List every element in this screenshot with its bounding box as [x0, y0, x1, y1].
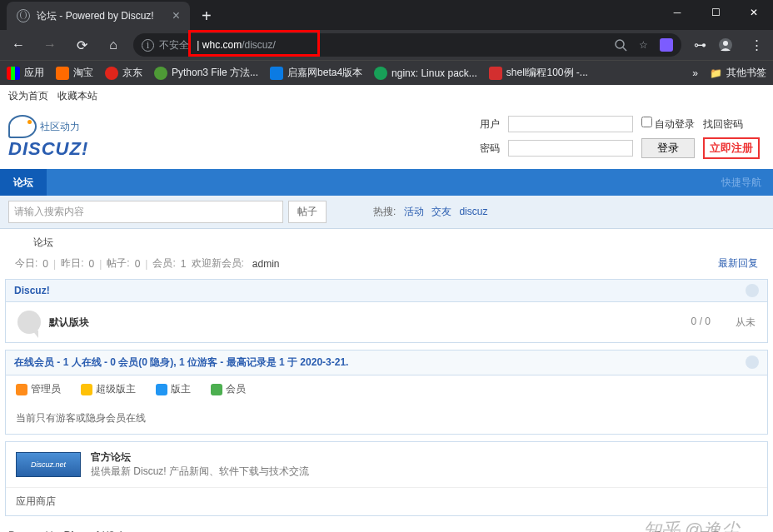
admin-badge-icon — [16, 384, 27, 395]
bookmark-shell[interactable]: shell编程100例 -... — [489, 66, 588, 80]
address-bar[interactable]: i 不安全 | whc.com/discuz/ ☆ — [133, 33, 681, 57]
svg-point-0 — [616, 40, 624, 48]
reload-button[interactable]: ⟳ — [70, 37, 93, 53]
top-links: 设为首页 收藏本站 — [0, 85, 773, 107]
link-row: Discuz.net 官方论坛 提供最新 Discuz! 产品新闻、软件下载与技… — [6, 442, 767, 487]
logo-bubble-icon — [8, 115, 37, 138]
site-header: 社区动力 DISCUZ! 用户 自动登录 找回密码 密码 登录 立即注册 — [0, 107, 773, 169]
password-input[interactable] — [508, 140, 633, 157]
password-label: 密码 — [476, 136, 503, 161]
window-close[interactable]: ✕ — [735, 0, 773, 25]
forum-bubble-icon — [17, 311, 41, 334]
browser-tab[interactable]: 论坛 - Powered by Discuz! × — [7, 2, 190, 30]
menu-icon[interactable]: ⋮ — [746, 37, 766, 52]
forum-stats: 今日:0 | 昨日:0 | 帖子:0 | 会员:1 欢迎新会员: admin 最… — [0, 253, 773, 279]
appstore-link[interactable]: 应用商店 — [6, 487, 767, 515]
nav-forum[interactable]: 论坛 — [0, 169, 47, 196]
category-title[interactable]: Discuz! — [14, 285, 50, 296]
tab-strip: 论坛 - Powered by Discuz! × + — [0, 0, 773, 30]
admin-link[interactable]: admin — [249, 257, 283, 271]
close-icon[interactable]: × — [172, 8, 180, 23]
link-logo[interactable]: Discuz.net — [16, 452, 81, 477]
breadcrumb: 论坛 — [0, 229, 773, 253]
back-button[interactable]: ← — [7, 37, 30, 52]
online-block: 在线会员 - 1 人在线 - 0 会员(0 隐身), 1 位游客 - 最高记录是… — [5, 350, 768, 435]
register-button[interactable]: 立即注册 — [703, 137, 760, 159]
online-empty: 当前只有游客或隐身会员在线 — [6, 403, 767, 434]
bookmarks-bar: 应用 淘宝 京东 Python3 File 方法... 启嘉网beta4版本 n… — [0, 60, 773, 85]
links-block: Discuz.net 官方论坛 提供最新 Discuz! 产品新闻、软件下载与技… — [5, 441, 768, 516]
link-desc: 提供最新 Discuz! 产品新闻、软件下载与技术交流 — [91, 465, 309, 479]
globe-icon — [17, 9, 30, 22]
info-icon[interactable]: i — [142, 39, 154, 52]
svg-point-3 — [723, 41, 728, 46]
latest-reply-link[interactable]: 最新回复 — [718, 256, 758, 271]
taobao-icon — [56, 67, 69, 80]
auto-login-checkbox[interactable] — [641, 117, 652, 127]
jd-icon — [105, 67, 118, 80]
url-highlight-annotation — [188, 30, 320, 57]
other-bookmarks[interactable]: 📁其他书签 — [710, 66, 766, 80]
qijia-icon — [270, 67, 283, 80]
new-tab-button[interactable]: + — [190, 2, 223, 30]
profile-icon[interactable] — [718, 37, 738, 52]
bookmark-python[interactable]: Python3 File 方法... — [154, 66, 258, 80]
apps-button[interactable]: 应用 — [7, 66, 44, 80]
window-minimize[interactable]: ─ — [658, 0, 696, 25]
username-input[interactable] — [508, 116, 633, 132]
browser-toolbar: ← → ⟳ ⌂ i 不安全 | whc.com/discuz/ ☆ ⊶ ⋮ — [0, 30, 773, 60]
username-label: 用户 — [476, 114, 503, 134]
bookmark-nginx[interactable]: nginx: Linux pack... — [374, 67, 477, 80]
member-badge-icon — [211, 384, 222, 395]
set-home-link[interactable]: 设为首页 — [8, 90, 48, 102]
online-legend: 管理员 超级版主 版主 会员 — [6, 375, 767, 403]
search-type-select[interactable]: 帖子 — [288, 201, 327, 223]
bookmark-qijia[interactable]: 启嘉网beta4版本 — [270, 66, 362, 80]
search-bar: 请输入搜索内容 帖子 热搜: 活动 交友 discuz — [0, 196, 773, 229]
forum-row[interactable]: 默认版块 0 / 0 从未 — [6, 302, 767, 342]
logo-en-text: DISCUZ — [8, 138, 82, 159]
favorite-link[interactable]: 收藏本站 — [57, 90, 97, 102]
supermod-badge-icon — [81, 384, 92, 395]
main-nav: 论坛 快捷导航 — [0, 169, 773, 196]
hot-link-2[interactable]: discuz — [459, 206, 487, 217]
page-content: 设为首页 收藏本站 社区动力 DISCUZ! 用户 自动登录 找回密码 密码 登… — [0, 85, 773, 532]
collapse-icon[interactable] — [746, 355, 759, 369]
python-icon — [154, 67, 167, 80]
mod-badge-icon — [156, 384, 167, 395]
hot-search: 热搜: 活动 交友 discuz — [373, 205, 487, 219]
category-header: Discuz! — [6, 280, 767, 302]
quick-nav[interactable]: 快捷导航 — [721, 176, 773, 190]
login-button[interactable]: 登录 — [641, 138, 695, 158]
shell-icon — [489, 67, 502, 80]
window-maximize[interactable]: ☐ — [696, 0, 735, 25]
forum-category-block: Discuz! 默认版块 0 / 0 从未 — [5, 279, 768, 343]
tab-title: 论坛 - Powered by Discuz! — [37, 9, 154, 23]
logo-ex-text: ! — [82, 138, 88, 159]
hot-link-1[interactable]: 交友 — [431, 206, 451, 217]
unsafe-label: 不安全 — [159, 38, 189, 52]
zoom-icon[interactable] — [614, 38, 627, 52]
bookmark-jd[interactable]: 京东 — [105, 66, 142, 80]
star-icon[interactable]: ☆ — [639, 39, 648, 51]
forum-name[interactable]: 默认版块 — [49, 316, 89, 330]
folder-icon: 📁 — [710, 67, 722, 79]
home-button[interactable]: ⌂ — [102, 37, 125, 52]
forum-stats: 0 / 0 从未 — [691, 316, 756, 330]
find-password-link[interactable]: 找回密码 — [703, 118, 743, 130]
search-input[interactable]: 请输入搜索内容 — [8, 201, 283, 223]
apps-icon — [7, 67, 20, 80]
hot-link-0[interactable]: 活动 — [404, 206, 424, 217]
svg-line-1 — [623, 47, 626, 51]
logo-cn-text: 社区动力 — [40, 120, 80, 134]
extension-icon[interactable] — [660, 38, 673, 52]
site-logo[interactable]: 社区动力 DISCUZ! — [8, 115, 88, 160]
bookmarks-overflow[interactable]: » — [692, 67, 698, 79]
collapse-icon[interactable] — [746, 284, 759, 297]
nginx-icon — [374, 67, 387, 80]
site-footer: 知乎 @逸尘 Powered by Discuz! X3.4 Copyright… — [0, 523, 773, 532]
bookmark-taobao[interactable]: 淘宝 — [56, 66, 93, 80]
link-title[interactable]: 官方论坛 — [91, 450, 309, 465]
online-header: 在线会员 - 1 人在线 - 0 会员(0 隐身), 1 位游客 - 最高记录是… — [6, 351, 767, 375]
key-icon[interactable]: ⊶ — [690, 37, 710, 52]
